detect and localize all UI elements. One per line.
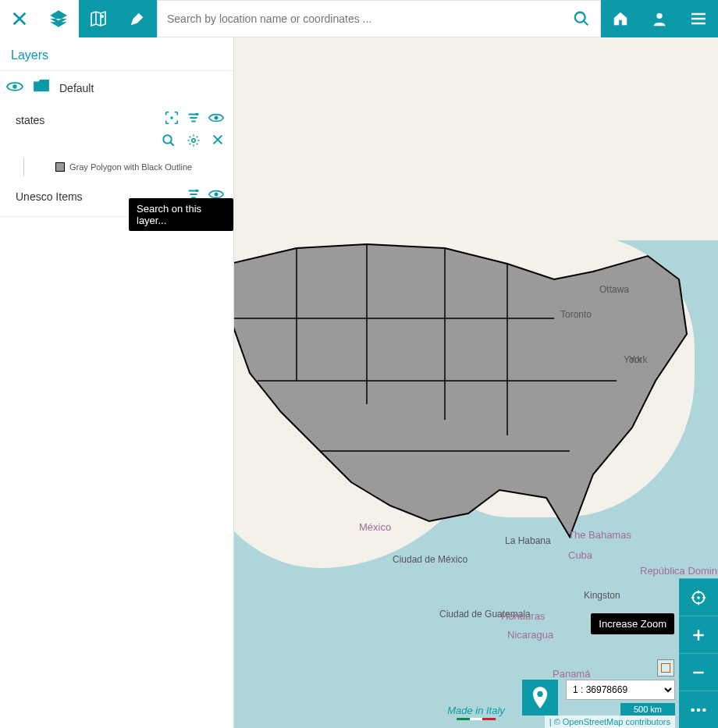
eye-icon[interactable] [6, 79, 23, 97]
map-label-dominicana: República Dominicana [640, 565, 718, 577]
toolbar-right [601, 0, 718, 37]
svg-point-6 [215, 116, 219, 120]
scale-select[interactable]: 1 : 36978669 [566, 680, 675, 700]
svg-point-9 [196, 190, 199, 193]
dots-icon [690, 707, 707, 713]
svg-point-8 [192, 139, 196, 143]
map-label-cuba: Cuba [568, 549, 592, 561]
search-input[interactable] [158, 12, 563, 25]
plus-icon [691, 627, 706, 643]
home-button[interactable] [601, 0, 640, 37]
basemap-button[interactable] [79, 0, 118, 37]
zoom-panel [679, 578, 718, 728]
layers-icon [48, 9, 69, 29]
svg-point-14 [691, 708, 695, 712]
folder-icon[interactable] [33, 79, 50, 97]
map-label-kingston: Kingston [584, 590, 620, 601]
svg-point-13 [697, 596, 700, 599]
more-tools-button[interactable] [679, 691, 718, 728]
layer-group-row[interactable]: Default [0, 71, 233, 105]
zoom-in-button[interactable] [679, 616, 718, 653]
svg-point-1 [575, 12, 585, 23]
tooltip-search-layer: Search on this layer... [129, 198, 233, 231]
search-box [157, 0, 601, 37]
map-label-ottawa: Ottawa [599, 284, 629, 295]
svg-point-4 [170, 116, 173, 119]
layer-name: states [16, 114, 44, 126]
svg-point-5 [196, 113, 199, 116]
map-label-honduras: Honduras [501, 610, 545, 622]
map-label-ciudad: Ciudad de México [393, 554, 467, 565]
overview-map-button[interactable] [657, 659, 674, 677]
scale-panel: 1 : 36978669 500 km [566, 680, 675, 716]
legend-row: Gray Polygon with Black Outline [23, 158, 233, 176]
states-layer-overlay [234, 225, 695, 560]
attribution: | © OpenStreetMap contributors [545, 716, 675, 728]
map-label-york2: York [629, 354, 648, 365]
menu-button[interactable] [679, 0, 718, 37]
layers-panel: Layers Default states [0, 37, 234, 728]
layers-section: Default states [0, 70, 233, 217]
map-label-nicaragua: Nicaragua [507, 629, 553, 641]
pin-icon [531, 687, 549, 708]
user-button[interactable] [640, 0, 679, 37]
made-in-italy: Made in Italy [447, 705, 505, 720]
layer-tools-secondary [0, 132, 233, 158]
search-button[interactable] [563, 0, 600, 37]
svg-point-3 [12, 84, 17, 89]
layer-search-icon[interactable] [162, 133, 176, 151]
map-label-panama: Panamá [553, 668, 590, 680]
fullscreen-button[interactable] [679, 578, 718, 616]
map-label-habana: La Habana [505, 535, 551, 546]
layers-button[interactable] [39, 0, 78, 37]
layer-name: Unesco Items [16, 190, 83, 203]
tooltip-zoom: Increase Zoom [591, 613, 674, 634]
map-label-mexico: México [359, 521, 391, 533]
pen-icon [129, 10, 146, 27]
remove-layer-icon[interactable] [211, 133, 224, 151]
zoom-out-button[interactable] [679, 653, 718, 691]
settings-icon[interactable] [187, 133, 201, 151]
map-icon [89, 9, 108, 28]
group-label: Default [59, 82, 94, 94]
scale-bar: 500 km [620, 703, 675, 716]
close-panel-button[interactable] [0, 0, 39, 37]
layer-tools [165, 111, 224, 129]
svg-point-0 [101, 15, 104, 18]
filter-icon[interactable] [187, 111, 201, 129]
close-icon [11, 10, 28, 27]
map-label-bahamas: The Bahamas [568, 529, 631, 541]
toolbar-left [0, 0, 78, 37]
svg-point-15 [697, 708, 701, 712]
svg-point-2 [656, 13, 662, 19]
crosshair-icon [690, 589, 707, 606]
italy-flag-icon [457, 718, 496, 720]
visibility-icon[interactable] [208, 111, 224, 129]
svg-point-7 [163, 135, 172, 144]
zoom-to-layer-icon[interactable] [165, 111, 179, 129]
panel-title: Layers [0, 37, 233, 70]
search-icon [573, 10, 590, 27]
legend-label: Gray Polygon with Black Outline [69, 162, 192, 172]
minus-icon [691, 665, 706, 680]
locate-button[interactable] [522, 680, 558, 716]
hamburger-icon [689, 9, 708, 28]
svg-point-16 [702, 708, 706, 712]
home-icon [612, 10, 629, 27]
legend-swatch [55, 162, 65, 172]
user-icon [651, 10, 668, 27]
svg-point-11 [537, 691, 542, 697]
layer-row-states[interactable]: states [0, 105, 233, 132]
top-toolbar [0, 0, 718, 37]
map-label-toronto: Toronto [560, 309, 592, 320]
map-canvas[interactable]: Ottawa Toronto York York México Ciudad d… [234, 37, 718, 728]
draw-button[interactable] [118, 0, 157, 37]
